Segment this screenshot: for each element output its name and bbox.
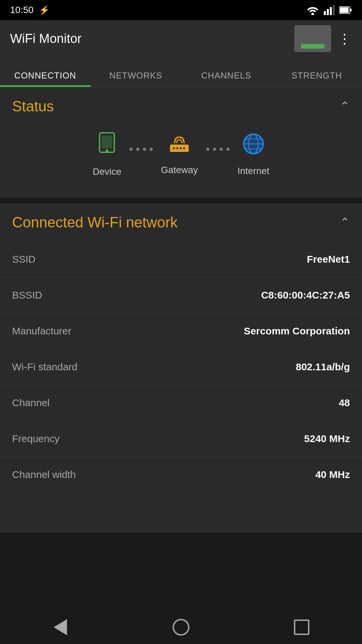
gateway-icon <box>167 134 191 159</box>
device-label: Device <box>93 166 121 177</box>
svg-point-14 <box>180 147 182 149</box>
back-button[interactable] <box>49 615 72 639</box>
internet-label: Internet <box>238 166 269 176</box>
bssid-value: C8:60:00:4C:27:A5 <box>261 289 350 301</box>
signal-icon <box>324 5 335 15</box>
info-row-channel: Channel 48 <box>0 385 362 421</box>
status-section: Status ⌃ Device <box>0 87 362 194</box>
status-section-header[interactable]: Status ⌃ <box>0 87 362 125</box>
svg-rect-11 <box>170 145 189 152</box>
app-title: WiFi Monitor <box>10 32 81 46</box>
tab-bar: CONNECTION NETWORKS CHANNELS STRENGTH <box>0 57 362 87</box>
status-icons-row: Device <box>0 125 362 194</box>
gateway-label: Gateway <box>161 165 198 175</box>
internet-icon <box>242 133 264 160</box>
svg-rect-3 <box>330 7 332 15</box>
more-options-button[interactable]: ⋮ <box>338 32 352 45</box>
svg-point-15 <box>183 147 185 149</box>
home-icon <box>173 619 189 636</box>
info-row-ssid: SSID FreeNet1 <box>0 241 362 277</box>
svg-point-12 <box>173 147 175 149</box>
status-node-internet: Internet <box>238 133 269 176</box>
svg-rect-6 <box>340 7 349 13</box>
top-app-bar: WiFi Monitor ⋮ <box>0 20 362 57</box>
status-bar: 10:50 ⚡ <box>0 0 362 20</box>
tab-channels[interactable]: CHANNELS <box>181 70 272 87</box>
svg-point-10 <box>106 149 108 152</box>
manufacturer-value: Sercomm Corporation <box>244 325 350 337</box>
channel-label: Channel <box>12 397 50 409</box>
svg-rect-9 <box>102 136 112 148</box>
content-area: Status ⌃ Device <box>0 87 362 533</box>
svg-point-13 <box>176 147 178 149</box>
recents-button[interactable] <box>290 615 313 639</box>
svg-rect-1 <box>324 11 326 15</box>
frequency-value: 5240 MHz <box>304 433 350 444</box>
ssid-label: SSID <box>12 254 36 265</box>
svg-rect-7 <box>350 9 352 11</box>
section-divider <box>0 198 362 203</box>
thumbnail-bar-indicator <box>301 44 324 49</box>
svg-point-19 <box>244 134 263 154</box>
svg-rect-4 <box>333 5 335 15</box>
info-row-channel-width: Channel width 40 MHz <box>0 457 362 492</box>
wifi-section-title: Connected Wi-Fi network <box>12 214 178 231</box>
device-icon <box>97 132 117 160</box>
wifi-standard-label: Wi-Fi standard <box>12 361 77 373</box>
svg-point-0 <box>311 13 314 15</box>
recents-icon <box>294 620 309 635</box>
status-chevron-icon: ⌃ <box>340 99 350 113</box>
thumbnail-button[interactable] <box>294 25 331 52</box>
wifi-standard-value: 802.11a/b/g <box>296 361 350 373</box>
bottom-nav <box>0 610 362 644</box>
status-time: 10:50 <box>10 5 34 15</box>
channel-width-value: 40 MHz <box>315 469 350 480</box>
dots-device-gateway <box>121 148 161 151</box>
svg-rect-2 <box>327 9 329 15</box>
battery-icon <box>339 6 352 14</box>
info-row-manufacturer: Manufacturer Sercomm Corporation <box>0 313 362 349</box>
info-row-wifi-standard: Wi-Fi standard 802.11a/b/g <box>0 349 362 385</box>
wifi-icon <box>306 5 319 15</box>
tab-networks[interactable]: NETWORKS <box>90 70 181 87</box>
manufacturer-label: Manufacturer <box>12 325 71 337</box>
wifi-section-header[interactable]: Connected Wi-Fi network ⌃ <box>0 203 362 241</box>
back-icon <box>54 619 67 635</box>
wifi-network-section: Connected Wi-Fi network ⌃ SSID FreeNet1 … <box>0 203 362 492</box>
ssid-value: FreeNet1 <box>307 254 350 265</box>
status-node-gateway: Gateway <box>161 134 198 175</box>
wifi-status-icon: ⚡ <box>39 5 50 15</box>
bssid-label: BSSID <box>12 289 42 301</box>
status-title: Status <box>12 98 54 115</box>
wifi-chevron-icon: ⌃ <box>340 215 350 229</box>
home-button[interactable] <box>169 615 193 639</box>
dots-gateway-internet <box>198 148 238 151</box>
info-row-bssid: BSSID C8:60:00:4C:27:A5 <box>0 277 362 313</box>
frequency-label: Frequency <box>12 433 60 444</box>
tab-connection[interactable]: CONNECTION <box>0 70 90 87</box>
channel-width-label: Channel width <box>12 469 76 480</box>
status-node-device: Device <box>93 132 121 177</box>
info-row-frequency: Frequency 5240 MHz <box>0 421 362 457</box>
tab-strength[interactable]: STRENGTH <box>272 70 362 87</box>
channel-value: 48 <box>339 397 350 409</box>
